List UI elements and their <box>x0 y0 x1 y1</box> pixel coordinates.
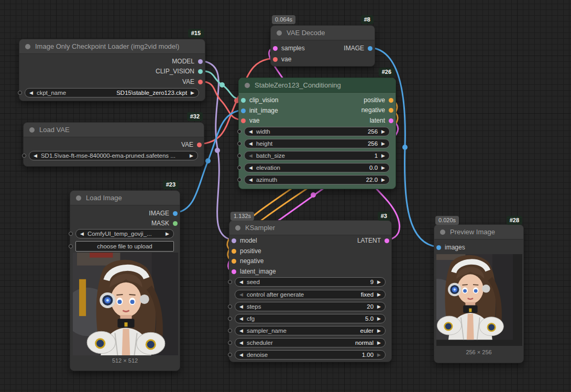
decrement-icon[interactable]: ◀ <box>239 329 243 333</box>
widget-input-ring[interactable] <box>237 129 241 134</box>
node-title-bar[interactable]: Load VAE <box>24 123 204 137</box>
height-widget[interactable]: ◀ height 256 ▶ <box>244 139 390 148</box>
widget-input-ring[interactable] <box>228 304 232 309</box>
widget-input-ring[interactable] <box>18 91 22 95</box>
node-load-image[interactable]: #23 Load Image IMAGE MASK ◀ ComfyUI_temp… <box>70 190 180 371</box>
collapse-dot[interactable] <box>29 127 35 133</box>
latent-slot-dot[interactable] <box>385 238 389 243</box>
widget-input-ring[interactable] <box>228 353 232 357</box>
positive-slot-dot[interactable] <box>232 249 236 254</box>
vae-name-combo[interactable]: ◀ SD1.5\vae-ft-mse-840000-ema-pruned.saf… <box>29 151 198 160</box>
widget-input-ring[interactable] <box>237 178 241 182</box>
node-title-bar[interactable]: VAE Decode <box>271 26 375 40</box>
decrement-icon[interactable]: ◀ <box>239 280 243 285</box>
decrement-icon[interactable]: ◀ <box>239 341 243 345</box>
increment-icon[interactable]: ▶ <box>377 304 381 309</box>
ckpt-name-combo[interactable]: ◀ ckpt_name SD15\stable_zero123.ckpt ▶ <box>25 88 199 97</box>
widget-input-ring[interactable] <box>228 341 232 345</box>
node-title-bar[interactable]: StableZero123_Conditioning <box>239 78 396 93</box>
decrement-icon[interactable]: ◀ <box>249 154 252 158</box>
increment-icon[interactable]: ▶ <box>377 353 381 357</box>
increment-icon[interactable]: ▶ <box>381 178 385 182</box>
widget-input-ring[interactable] <box>69 232 73 236</box>
collapse-dot[interactable] <box>235 225 240 231</box>
decrement-icon[interactable]: ◀ <box>239 304 243 309</box>
decrement-icon[interactable]: ◀ <box>249 178 252 182</box>
increment-icon[interactable]: ▶ <box>381 154 385 158</box>
collapse-dot[interactable] <box>25 44 30 49</box>
node-preview-image[interactable]: 0.020s #28 Preview Image images 256 × 25… <box>434 224 524 363</box>
image-slot-dot[interactable] <box>173 211 178 216</box>
mask-slot-dot[interactable] <box>173 221 178 226</box>
increment-icon[interactable]: ▶ <box>381 166 385 170</box>
vae-slot-dot[interactable] <box>197 143 202 147</box>
image-slot-dot[interactable] <box>368 46 372 51</box>
decrement-icon[interactable]: ◀ <box>239 353 243 357</box>
decrement-icon[interactable]: ◀ <box>80 232 84 236</box>
increment-icon[interactable]: ▶ <box>377 341 381 345</box>
node-ksampler[interactable]: 1.132s #3 KSampler model positive negati… <box>229 220 392 362</box>
node-image-only-checkpoint-loader[interactable]: #15 Image Only Checkpoint Loader (img2vi… <box>19 39 205 101</box>
vae-slot-dot[interactable] <box>241 118 246 123</box>
steps-widget[interactable]: ◀ steps 20 ▶ <box>235 302 386 311</box>
increment-icon[interactable]: ▶ <box>377 280 381 285</box>
sampler-name-widget[interactable]: ◀ sampler_name euler ▶ <box>235 326 386 335</box>
vae-slot-dot[interactable] <box>273 57 278 62</box>
scheduler-widget[interactable]: ◀ scheduler normal ▶ <box>235 338 386 347</box>
clip-vision-slot-dot[interactable] <box>241 98 246 103</box>
model-slot-dot[interactable] <box>198 59 203 64</box>
azimuth-widget[interactable]: ◀ azimuth 22.0 ▶ <box>244 175 390 184</box>
model-slot-dot[interactable] <box>232 238 236 243</box>
seed-widget[interactable]: ◀ seed 9 ▶ <box>235 277 386 287</box>
collapse-dot[interactable] <box>245 83 250 88</box>
image-file-combo[interactable]: ◀ ComfyUI_temp_govji_... ▶ <box>75 229 174 238</box>
increment-icon[interactable]: ▶ <box>166 232 169 236</box>
increment-icon[interactable]: ▶ <box>377 329 381 333</box>
decrement-icon[interactable]: ◀ <box>249 129 252 134</box>
latent-slot-dot[interactable] <box>389 118 393 123</box>
samples-slot-dot[interactable] <box>273 46 278 51</box>
upload-button[interactable]: choose file to upload <box>75 241 174 252</box>
node-load-vae[interactable]: #32 Load VAE VAE ◀ SD1.5\vae-ft-mse-8400… <box>23 122 204 167</box>
negative-slot-dot[interactable] <box>232 259 236 264</box>
batch-size-widget[interactable]: ◀ batch_size 1 ▶ <box>244 151 390 160</box>
increment-icon[interactable]: ▶ <box>381 129 385 134</box>
decrement-icon[interactable]: ◀ <box>29 91 33 95</box>
decrement-icon[interactable]: ◀ <box>239 292 243 297</box>
collapse-dot[interactable] <box>440 230 445 235</box>
collapse-dot[interactable] <box>277 30 282 36</box>
node-stablezero123-conditioning[interactable]: #26 StableZero123_Conditioning clip_visi… <box>238 78 396 189</box>
widget-input-ring[interactable] <box>237 166 241 170</box>
decrement-icon[interactable]: ◀ <box>249 141 252 146</box>
widget-input-ring[interactable] <box>69 244 73 248</box>
widget-input-ring[interactable] <box>228 317 232 321</box>
width-widget[interactable]: ◀ width 256 ▶ <box>244 127 390 136</box>
negative-slot-dot[interactable] <box>389 108 393 113</box>
node-vae-decode[interactable]: 0.064s #8 VAE Decode samples vae IMAGE <box>270 25 375 67</box>
vae-slot-dot[interactable] <box>198 80 203 84</box>
increment-icon[interactable]: ▶ <box>377 317 381 321</box>
decrement-icon[interactable]: ◀ <box>249 166 252 170</box>
widget-input-ring[interactable] <box>22 154 26 158</box>
elevation-widget[interactable]: ◀ elevation 0.0 ▶ <box>244 163 390 172</box>
widget-input-ring[interactable] <box>237 154 241 158</box>
control-after-generate-widget[interactable]: ◀ control after generate fixed ▶ <box>235 290 386 299</box>
denoise-widget[interactable]: ◀ denoise 1.00 ▶ <box>235 350 386 360</box>
node-title-bar[interactable]: Preview Image <box>434 225 523 239</box>
node-title-bar[interactable]: Load Image <box>70 191 180 205</box>
increment-icon[interactable]: ▶ <box>377 292 381 297</box>
clip-vision-slot-dot[interactable] <box>198 69 203 74</box>
increment-icon[interactable]: ▶ <box>381 141 385 146</box>
increment-icon[interactable]: ▶ <box>191 91 194 95</box>
widget-input-ring[interactable] <box>228 329 232 333</box>
node-graph-canvas[interactable]: #15 Image Only Checkpoint Loader (img2vi… <box>0 0 571 392</box>
init-image-slot-dot[interactable] <box>241 108 246 113</box>
latent-image-slot-dot[interactable] <box>232 269 236 274</box>
node-title-bar[interactable]: KSampler <box>229 221 391 235</box>
decrement-icon[interactable]: ◀ <box>34 154 37 158</box>
cfg-widget[interactable]: ◀ cfg 5.0 ▶ <box>235 314 386 323</box>
decrement-icon[interactable]: ◀ <box>239 317 243 321</box>
widget-input-ring[interactable] <box>228 280 232 284</box>
widget-input-ring[interactable] <box>237 141 241 146</box>
node-title-bar[interactable]: Image Only Checkpoint Loader (img2vid mo… <box>19 39 205 54</box>
